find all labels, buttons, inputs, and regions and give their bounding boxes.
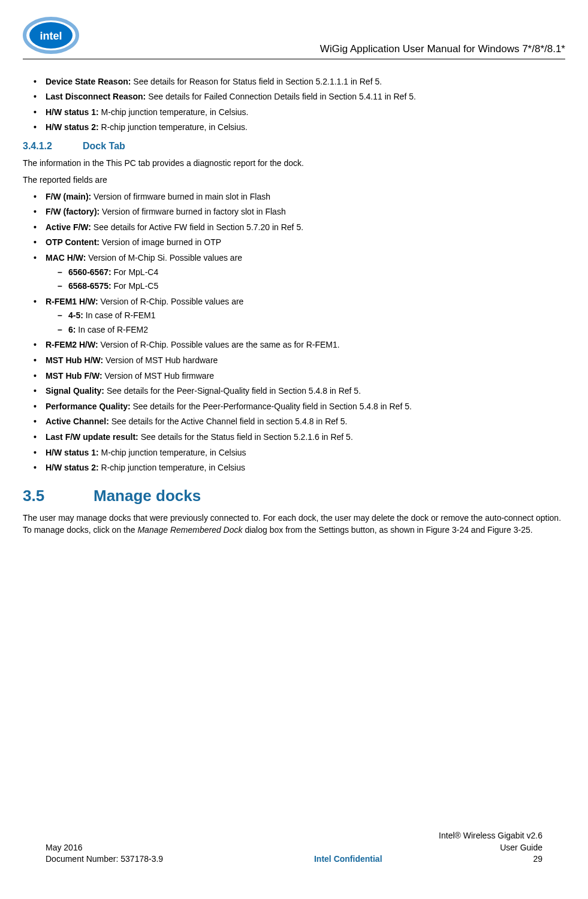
list-item: Device State Reason: See details for Rea…: [34, 76, 565, 88]
item-label: Last F/W update result:: [46, 432, 138, 442]
list-item: H/W status 1: M-chip junction temperatur…: [34, 107, 565, 119]
page-footer: Intel® Wireless Gigabit v2.6 May 2016 Us…: [46, 830, 542, 865]
section-number: 3.5: [23, 485, 94, 506]
sub-list: 4-5: In case of R-FEM1 6: In case of R-F…: [46, 310, 565, 336]
item-text: Version of firmware burned in main slot …: [91, 192, 270, 201]
item-label: Performance Quality:: [46, 402, 131, 411]
list-item: F/W (main): Version of firmware burned i…: [34, 191, 565, 203]
item-label: OTP Content:: [46, 237, 99, 247]
item-text: Version of MST Hub firmware: [102, 371, 214, 381]
svg-text:intel: intel: [40, 30, 62, 42]
footer-pagenum: 29: [533, 853, 542, 865]
item-text: Version of firmware burned in factory sl…: [99, 207, 285, 216]
item-text: See details for the Peer-Performance-Qua…: [131, 402, 412, 411]
item-label: Device State Reason:: [46, 77, 131, 86]
top-bullet-list: Device State Reason: See details for Rea…: [23, 76, 565, 134]
item-label: R-FEM2 H/W:: [46, 340, 98, 349]
list-item: MAC H/W: Version of M-Chip Si. Possible …: [34, 252, 565, 292]
item-label: MST Hub F/W:: [46, 371, 102, 381]
list-item: H/W status 2: R-chip junction temperatur…: [34, 462, 565, 474]
paragraph: The user may manage docks that were prev…: [23, 512, 565, 536]
sub-item: 6560-6567: For MpL-C4: [58, 267, 565, 279]
footer-doctype: User Guide: [500, 842, 542, 854]
item-label: F/W (main):: [46, 192, 91, 201]
item-label: H/W status 2:: [46, 122, 99, 132]
paragraph: The reported fields are: [23, 174, 565, 186]
item-text: Version of M-Chip Si. Possible values ar…: [86, 253, 242, 263]
item-text: See details for Reason for Status field …: [131, 77, 382, 86]
list-item: F/W (factory): Version of firmware burne…: [34, 206, 565, 218]
item-text: M-chip junction temperature, in Celsius.: [99, 107, 249, 117]
sub-item: 6: In case of R-FEM2: [58, 324, 565, 336]
section-number: 3.4.1.2: [23, 140, 83, 153]
item-label: H/W status 2:: [46, 463, 99, 472]
sub-label: 6568-6575:: [68, 281, 111, 291]
sub-list: 6560-6567: For MpL-C4 6568-6575: For MpL…: [46, 267, 565, 292]
item-label: R-FEM1 H/W:: [46, 297, 98, 306]
item-text: See details for the Status field in Sect…: [138, 432, 353, 442]
section-title: Dock Tab: [83, 141, 125, 151]
item-label: H/W status 1:: [46, 107, 99, 117]
list-item: MST Hub H/W: Version of MST Hub hardware: [34, 355, 565, 367]
item-label: Signal Quality:: [46, 386, 104, 396]
list-item: R-FEM2 H/W: Version of R-Chip. Possible …: [34, 339, 565, 351]
item-text: M-chip junction temperature, in Celsius: [99, 448, 246, 457]
list-item: H/W status 1: M-chip junction temperatur…: [34, 447, 565, 459]
list-item: Active Channel: See details for the Acti…: [34, 416, 565, 428]
sub-text: For MpL-C4: [111, 267, 159, 277]
item-label: Last Disconnect Reason:: [46, 92, 146, 101]
footer-confidential: Intel Confidential: [314, 853, 382, 865]
item-text: Version of image burned in OTP: [99, 237, 221, 247]
item-label: Active Channel:: [46, 417, 109, 426]
item-label: F/W (factory):: [46, 207, 99, 216]
sub-text: In case of R-FEM2: [76, 325, 148, 334]
intel-logo: intel: [23, 17, 80, 58]
footer-date: May 2016: [46, 842, 82, 854]
list-item: Performance Quality: See details for the…: [34, 401, 565, 413]
list-item: Active F/W: See details for Active FW fi…: [34, 222, 565, 234]
item-text: See details for the Active Channel field…: [109, 417, 348, 426]
sub-label: 4-5:: [68, 310, 83, 320]
footer-product: Intel® Wireless Gigabit v2.6: [439, 830, 542, 842]
sub-label: 6:: [68, 325, 76, 334]
para-text: dialog box from the Settings button, as …: [243, 525, 533, 535]
paragraph: The information in the This PC tab provi…: [23, 158, 565, 170]
sub-label: 6560-6567:: [68, 267, 111, 277]
dock-bullet-list: F/W (main): Version of firmware burned i…: [23, 191, 565, 474]
item-label: Active F/W:: [46, 222, 91, 232]
sub-text: In case of R-FEM1: [83, 310, 156, 320]
sub-item: 6568-6575: For MpL-C5: [58, 280, 565, 292]
list-item: Last Disconnect Reason: See details for …: [34, 91, 565, 103]
para-italic: Manage Remembered Dock: [137, 525, 242, 535]
item-text: See details for the Peer-Signal-Quality …: [104, 386, 361, 396]
list-item: OTP Content: Version of image burned in …: [34, 237, 565, 249]
item-text: Version of R-Chip. Possible values are t…: [98, 340, 340, 349]
section-heading-35: 3.5Manage docks: [23, 485, 565, 506]
item-text: See details for Failed Connection Detail…: [146, 92, 416, 101]
list-item: Signal Quality: See details for the Peer…: [34, 385, 565, 397]
page-header: intel WiGig Application User Manual for …: [23, 17, 565, 59]
item-text: R-chip junction temperature, in Celsius: [99, 463, 245, 472]
sub-item: 4-5: In case of R-FEM1: [58, 310, 565, 322]
item-text: Version of MST Hub hardware: [103, 355, 218, 365]
header-title: WiGig Application User Manual for Window…: [92, 17, 565, 56]
list-item: R-FEM1 H/W: Version of R-Chip. Possible …: [34, 296, 565, 336]
section-heading-3412: 3.4.1.2Dock Tab: [23, 140, 565, 153]
item-label: H/W status 1:: [46, 448, 99, 457]
list-item: MST Hub F/W: Version of MST Hub firmware: [34, 370, 565, 382]
item-text: See details for Active FW field in Secti…: [91, 222, 303, 232]
footer-docnum: Document Number: 537178-3.9: [46, 853, 163, 865]
list-item: H/W status 2: R-chip junction temperatur…: [34, 122, 565, 134]
section-title: Manage docks: [94, 487, 201, 505]
item-label: MST Hub H/W:: [46, 355, 103, 365]
sub-text: For MpL-C5: [111, 281, 159, 291]
list-item: Last F/W update result: See details for …: [34, 432, 565, 444]
item-text: R-chip junction temperature, in Celsius.: [99, 122, 248, 132]
item-text: Version of R-Chip. Possible values are: [98, 297, 244, 306]
item-label: MAC H/W:: [46, 253, 86, 263]
